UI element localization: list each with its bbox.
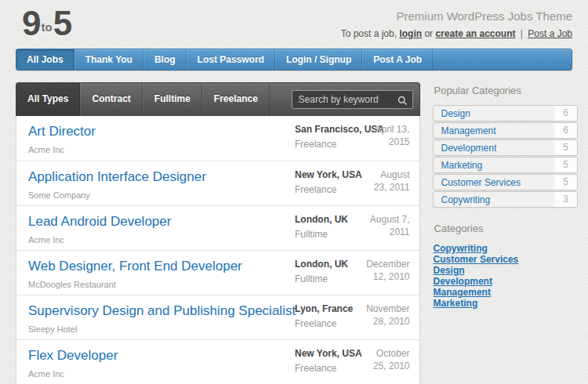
category-link-marketing[interactable]: Marketing bbox=[434, 298, 578, 309]
post-a-job-link[interactable]: Post a Job bbox=[528, 28, 572, 39]
job-date-line1: November bbox=[366, 303, 409, 314]
jobs-panel: All Types Contract Fulltime Freelance Ar… bbox=[16, 82, 420, 384]
job-title-link[interactable]: Web Designer, Front End Developer bbox=[28, 259, 242, 274]
job-date: April 13,2015 bbox=[354, 123, 410, 148]
login-link[interactable]: login bbox=[399, 28, 422, 39]
popular-category-customer-services[interactable]: Customer Services 5 bbox=[433, 174, 578, 190]
nav-item-post-a-job[interactable]: Post A Job bbox=[362, 49, 433, 70]
category-link-management[interactable]: Management bbox=[434, 287, 578, 298]
search-box bbox=[292, 90, 413, 109]
job-title-link[interactable]: Supervisory Design and Publishing Specia… bbox=[28, 303, 296, 319]
sidebar: Popular Categories Design 6 Management 6… bbox=[433, 82, 578, 309]
job-date: October25, 2010 bbox=[354, 347, 410, 372]
nav-item-lost-password[interactable]: Lost Password bbox=[187, 49, 275, 70]
job-row: Flex Developer Acme Inc New York, USA Fr… bbox=[16, 339, 419, 384]
site-tagline: Premium WordPress Jobs Theme bbox=[341, 9, 572, 23]
category-count-badge: 6 bbox=[554, 123, 577, 138]
job-date-line1: October bbox=[376, 348, 410, 359]
category-count-badge: 5 bbox=[554, 158, 577, 172]
search-input[interactable] bbox=[292, 90, 413, 109]
nav-item-login-signup[interactable]: Login / Signup bbox=[275, 49, 362, 70]
category-count-badge: 5 bbox=[554, 175, 577, 190]
nav-item-thank-you[interactable]: Thank You bbox=[74, 49, 143, 70]
category-name: Copywriting bbox=[434, 194, 554, 205]
popular-categories-heading: Popular Categories bbox=[434, 85, 578, 96]
job-list: Art Director Acme Inc San Francisco, USA… bbox=[16, 116, 420, 384]
page: 9to5 Premium WordPress Jobs Theme To pos… bbox=[0, 0, 588, 384]
job-date-line1: August 7, bbox=[370, 214, 410, 225]
popular-category-design[interactable]: Design 6 bbox=[433, 105, 578, 121]
category-name: Marketing bbox=[434, 160, 554, 171]
job-date-line1: August bbox=[380, 169, 409, 180]
categories-heading: Categories bbox=[434, 223, 578, 234]
category-name: Management bbox=[434, 125, 554, 136]
filter-tab-all-types[interactable]: All Types bbox=[16, 83, 80, 116]
job-row: Lead Android Developer Acme Inc London, … bbox=[16, 205, 419, 250]
category-count-badge: 3 bbox=[554, 192, 577, 207]
job-title-link[interactable]: Art Director bbox=[28, 124, 96, 139]
nav-item-blog[interactable]: Blog bbox=[143, 49, 187, 70]
job-date: November28, 2010 bbox=[354, 302, 410, 328]
job-date-line1: December bbox=[366, 259, 409, 270]
job-row: Web Designer, Front End Developer McDoog… bbox=[16, 250, 419, 295]
job-date-line2: 2011 bbox=[390, 226, 410, 237]
category-count-badge: 5 bbox=[554, 140, 577, 155]
site-logo[interactable]: 9to5 bbox=[22, 6, 71, 49]
popular-category-copywriting[interactable]: Copywriting 3 bbox=[433, 191, 578, 208]
category-link-copywriting[interactable]: Copywriting bbox=[434, 243, 578, 254]
category-count-badge: 6 bbox=[554, 106, 577, 121]
popular-category-marketing[interactable]: Marketing 5 bbox=[433, 157, 578, 173]
job-title-link[interactable]: Application Interface Designer bbox=[28, 169, 206, 185]
logo-digit-9: 9 bbox=[22, 4, 39, 42]
category-name: Design bbox=[434, 108, 554, 119]
job-date-line2: 2015 bbox=[389, 136, 410, 147]
post-line-separator: | bbox=[521, 28, 523, 39]
category-link-customer-services[interactable]: Customer Services bbox=[434, 254, 578, 265]
search-icon[interactable] bbox=[397, 95, 408, 109]
category-link-development[interactable]: Development bbox=[434, 276, 578, 287]
category-name: Development bbox=[434, 143, 554, 154]
popular-category-development[interactable]: Development 5 bbox=[433, 139, 578, 156]
post-line-prefix: To post a job, bbox=[341, 28, 397, 39]
job-date-line1: April 13, bbox=[376, 124, 410, 135]
logo-digit-5: 5 bbox=[53, 4, 71, 42]
job-date: December12, 2010 bbox=[354, 258, 410, 283]
content: All Types Contract Fulltime Freelance Ar… bbox=[16, 82, 578, 384]
post-line-or: or bbox=[424, 28, 433, 39]
job-date-line2: 23, 2011 bbox=[374, 182, 410, 193]
main-nav: All Jobs Thank You Blog Lost Password Lo… bbox=[16, 49, 572, 71]
category-name: Customer Services bbox=[434, 177, 554, 188]
site-header: 9to5 Premium WordPress Jobs Theme To pos… bbox=[0, 0, 588, 49]
job-title-link[interactable]: Lead Android Developer bbox=[28, 214, 171, 230]
header-right: Premium WordPress Jobs Theme To post a j… bbox=[341, 6, 572, 49]
filter-tab-fulltime[interactable]: Fulltime bbox=[143, 83, 202, 116]
post-job-line: To post a job, login or create an accoun… bbox=[341, 28, 572, 39]
job-date: August23, 2011 bbox=[354, 168, 410, 194]
logo-to: to bbox=[41, 10, 52, 45]
job-row: Application Interface Designer Some Comp… bbox=[16, 161, 419, 205]
nav-item-all-jobs[interactable]: All Jobs bbox=[16, 49, 74, 70]
popular-category-management[interactable]: Management 6 bbox=[433, 122, 578, 139]
job-date: August 7,2011 bbox=[354, 213, 410, 238]
create-account-link[interactable]: create an account bbox=[435, 28, 515, 39]
job-row: Supervisory Design and Publishing Specia… bbox=[16, 295, 419, 339]
job-date-line2: 28, 2010 bbox=[373, 316, 410, 327]
job-type-filter-bar: All Types Contract Fulltime Freelance bbox=[16, 82, 420, 116]
filter-tab-contract[interactable]: Contract bbox=[80, 83, 142, 116]
job-row: Art Director Acme Inc San Francisco, USA… bbox=[16, 116, 419, 161]
job-date-line2: 12, 2010 bbox=[373, 271, 410, 282]
category-link-design[interactable]: Design bbox=[434, 265, 578, 276]
job-title-link[interactable]: Flex Developer bbox=[28, 348, 118, 364]
filter-tab-freelance[interactable]: Freelance bbox=[202, 83, 270, 116]
job-date-line2: 25, 2010 bbox=[373, 360, 410, 371]
